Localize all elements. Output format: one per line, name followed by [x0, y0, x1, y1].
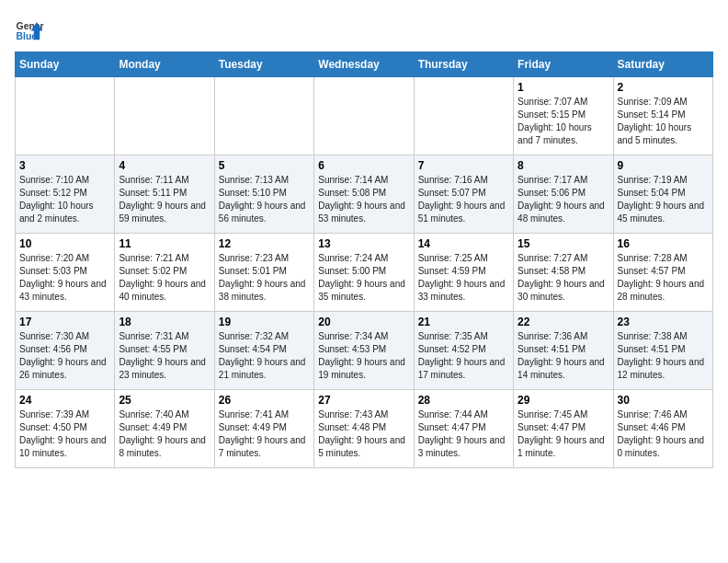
day-info: Sunrise: 7:19 AM Sunset: 5:04 PM Dayligh… [618, 174, 709, 225]
calendar-cell: 23Sunrise: 7:38 AM Sunset: 4:51 PM Dayli… [613, 312, 712, 390]
calendar-week-5: 24Sunrise: 7:39 AM Sunset: 4:50 PM Dayli… [16, 390, 713, 468]
calendar-cell: 22Sunrise: 7:36 AM Sunset: 4:51 PM Dayli… [514, 312, 613, 390]
calendar-cell [16, 77, 115, 155]
calendar-week-3: 10Sunrise: 7:20 AM Sunset: 5:03 PM Dayli… [16, 234, 713, 312]
column-header-thursday: Thursday [414, 52, 513, 77]
calendar-cell: 20Sunrise: 7:34 AM Sunset: 4:53 PM Dayli… [314, 312, 414, 390]
day-number: 24 [19, 394, 110, 407]
calendar-week-2: 3Sunrise: 7:10 AM Sunset: 5:12 PM Daylig… [16, 155, 713, 234]
day-info: Sunrise: 7:36 AM Sunset: 4:51 PM Dayligh… [518, 330, 609, 382]
day-info: Sunrise: 7:28 AM Sunset: 4:57 PM Dayligh… [618, 252, 709, 304]
calendar-cell: 26Sunrise: 7:41 AM Sunset: 4:49 PM Dayli… [214, 390, 313, 468]
calendar-cell: 21Sunrise: 7:35 AM Sunset: 4:52 PM Dayli… [414, 312, 513, 390]
calendar-cell: 19Sunrise: 7:32 AM Sunset: 4:54 PM Dayli… [214, 312, 313, 390]
calendar-cell [414, 77, 513, 155]
day-number: 4 [119, 159, 210, 172]
day-info: Sunrise: 7:27 AM Sunset: 4:58 PM Dayligh… [518, 252, 609, 304]
calendar-cell: 30Sunrise: 7:46 AM Sunset: 4:46 PM Dayli… [613, 390, 712, 468]
calendar-cell: 17Sunrise: 7:30 AM Sunset: 4:56 PM Dayli… [16, 312, 115, 390]
column-header-sunday: Sunday [16, 52, 115, 77]
logo-icon: General Blue [15, 15, 44, 44]
calendar-cell: 3Sunrise: 7:10 AM Sunset: 5:12 PM Daylig… [16, 155, 115, 234]
calendar-cell: 13Sunrise: 7:24 AM Sunset: 5:00 PM Dayli… [314, 234, 414, 312]
day-info: Sunrise: 7:38 AM Sunset: 4:51 PM Dayligh… [618, 330, 709, 382]
day-number: 29 [518, 394, 609, 407]
day-info: Sunrise: 7:07 AM Sunset: 5:15 PM Dayligh… [518, 96, 609, 147]
day-number: 8 [518, 159, 609, 172]
column-header-wednesday: Wednesday [314, 52, 414, 77]
calendar-body: 1Sunrise: 7:07 AM Sunset: 5:15 PM Daylig… [16, 77, 713, 468]
calendar-cell: 28Sunrise: 7:44 AM Sunset: 4:47 PM Dayli… [414, 390, 513, 468]
day-info: Sunrise: 7:43 AM Sunset: 4:48 PM Dayligh… [318, 408, 409, 460]
day-number: 7 [418, 159, 509, 172]
day-info: Sunrise: 7:14 AM Sunset: 5:08 PM Dayligh… [318, 174, 409, 225]
logo: General Blue [15, 15, 44, 44]
calendar-table: SundayMondayTuesdayWednesdayThursdayFrid… [15, 52, 713, 468]
calendar-cell: 1Sunrise: 7:07 AM Sunset: 5:15 PM Daylig… [514, 77, 613, 155]
calendar-cell: 25Sunrise: 7:40 AM Sunset: 4:49 PM Dayli… [115, 390, 214, 468]
column-header-friday: Friday [514, 52, 613, 77]
day-number: 23 [618, 316, 709, 328]
day-number: 15 [518, 237, 609, 250]
calendar-header-row: SundayMondayTuesdayWednesdayThursdayFrid… [16, 52, 713, 77]
calendar-cell: 15Sunrise: 7:27 AM Sunset: 4:58 PM Dayli… [514, 234, 613, 312]
day-number: 30 [618, 394, 709, 407]
day-number: 10 [19, 237, 110, 250]
day-number: 21 [418, 316, 509, 328]
day-number: 25 [119, 394, 210, 407]
column-header-monday: Monday [115, 52, 214, 77]
calendar-cell [214, 77, 313, 155]
calendar-cell [115, 77, 214, 155]
calendar-cell: 14Sunrise: 7:25 AM Sunset: 4:59 PM Dayli… [414, 234, 513, 312]
day-info: Sunrise: 7:30 AM Sunset: 4:56 PM Dayligh… [19, 330, 110, 382]
calendar-cell [314, 77, 414, 155]
day-number: 20 [318, 316, 409, 328]
calendar-cell: 5Sunrise: 7:13 AM Sunset: 5:10 PM Daylig… [214, 155, 313, 234]
day-number: 17 [19, 316, 110, 328]
day-number: 2 [618, 81, 709, 94]
calendar-cell: 10Sunrise: 7:20 AM Sunset: 5:03 PM Dayli… [16, 234, 115, 312]
calendar-cell: 27Sunrise: 7:43 AM Sunset: 4:48 PM Dayli… [314, 390, 414, 468]
day-info: Sunrise: 7:17 AM Sunset: 5:06 PM Dayligh… [518, 174, 609, 225]
column-header-tuesday: Tuesday [214, 52, 313, 77]
day-info: Sunrise: 7:16 AM Sunset: 5:07 PM Dayligh… [418, 174, 509, 225]
day-number: 16 [618, 237, 709, 250]
calendar-cell: 9Sunrise: 7:19 AM Sunset: 5:04 PM Daylig… [613, 155, 712, 234]
day-number: 19 [219, 316, 310, 328]
calendar-cell: 11Sunrise: 7:21 AM Sunset: 5:02 PM Dayli… [115, 234, 214, 312]
calendar-cell: 4Sunrise: 7:11 AM Sunset: 5:11 PM Daylig… [115, 155, 214, 234]
day-info: Sunrise: 7:10 AM Sunset: 5:12 PM Dayligh… [19, 174, 110, 225]
day-info: Sunrise: 7:40 AM Sunset: 4:49 PM Dayligh… [119, 408, 210, 460]
column-header-saturday: Saturday [613, 52, 712, 77]
day-info: Sunrise: 7:32 AM Sunset: 4:54 PM Dayligh… [219, 330, 310, 382]
day-number: 28 [418, 394, 509, 407]
day-info: Sunrise: 7:41 AM Sunset: 4:49 PM Dayligh… [219, 408, 310, 460]
day-info: Sunrise: 7:13 AM Sunset: 5:10 PM Dayligh… [219, 174, 310, 225]
day-number: 6 [318, 159, 409, 172]
day-info: Sunrise: 7:34 AM Sunset: 4:53 PM Dayligh… [318, 330, 409, 382]
day-number: 11 [119, 237, 210, 250]
day-info: Sunrise: 7:25 AM Sunset: 4:59 PM Dayligh… [418, 252, 509, 304]
calendar-cell: 6Sunrise: 7:14 AM Sunset: 5:08 PM Daylig… [314, 155, 414, 234]
day-number: 3 [19, 159, 110, 172]
day-info: Sunrise: 7:23 AM Sunset: 5:01 PM Dayligh… [219, 252, 310, 304]
calendar-cell: 16Sunrise: 7:28 AM Sunset: 4:57 PM Dayli… [613, 234, 712, 312]
calendar-cell: 12Sunrise: 7:23 AM Sunset: 5:01 PM Dayli… [214, 234, 313, 312]
day-info: Sunrise: 7:46 AM Sunset: 4:46 PM Dayligh… [618, 408, 709, 460]
day-number: 9 [618, 159, 709, 172]
day-number: 1 [518, 81, 609, 94]
calendar-week-1: 1Sunrise: 7:07 AM Sunset: 5:15 PM Daylig… [16, 77, 713, 155]
day-info: Sunrise: 7:24 AM Sunset: 5:00 PM Dayligh… [318, 252, 409, 304]
calendar-cell: 24Sunrise: 7:39 AM Sunset: 4:50 PM Dayli… [16, 390, 115, 468]
calendar-cell: 18Sunrise: 7:31 AM Sunset: 4:55 PM Dayli… [115, 312, 214, 390]
day-number: 22 [518, 316, 609, 328]
day-info: Sunrise: 7:45 AM Sunset: 4:47 PM Dayligh… [518, 408, 609, 460]
day-info: Sunrise: 7:09 AM Sunset: 5:14 PM Dayligh… [618, 96, 709, 147]
day-number: 5 [219, 159, 310, 172]
header: General Blue [15, 15, 713, 44]
day-info: Sunrise: 7:44 AM Sunset: 4:47 PM Dayligh… [418, 408, 509, 460]
calendar-cell: 29Sunrise: 7:45 AM Sunset: 4:47 PM Dayli… [514, 390, 613, 468]
day-info: Sunrise: 7:35 AM Sunset: 4:52 PM Dayligh… [418, 330, 509, 382]
day-info: Sunrise: 7:20 AM Sunset: 5:03 PM Dayligh… [19, 252, 110, 304]
day-info: Sunrise: 7:11 AM Sunset: 5:11 PM Dayligh… [119, 174, 210, 225]
